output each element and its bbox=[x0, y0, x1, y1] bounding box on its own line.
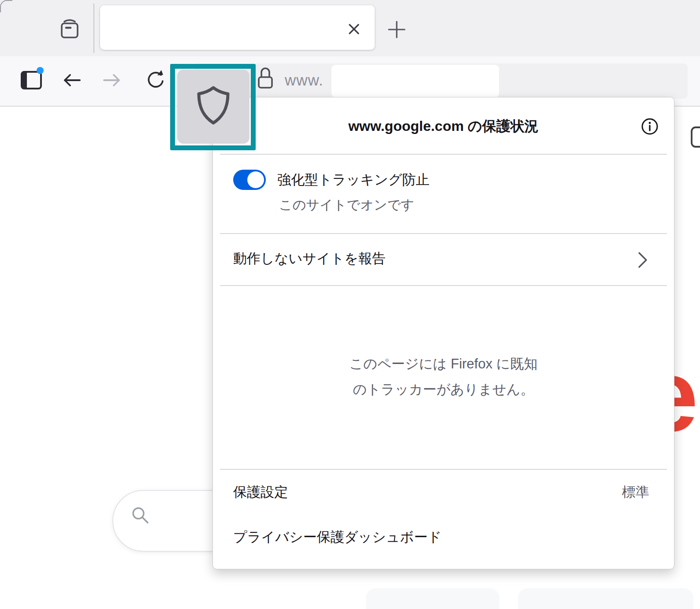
url-text: www. bbox=[285, 65, 324, 96]
panel-divider bbox=[220, 285, 667, 286]
back-arrow-icon bbox=[61, 71, 82, 90]
url-bar[interactable]: www. bbox=[194, 63, 688, 99]
protection-settings-row[interactable]: 保護設定 標準 bbox=[213, 479, 674, 505]
tab-strip-divider bbox=[93, 4, 94, 53]
no-trackers-line2: のトラッカーがありません。 bbox=[213, 377, 674, 402]
lock-icon[interactable] bbox=[255, 65, 276, 90]
close-icon bbox=[347, 22, 361, 37]
protection-settings-value: 標準 bbox=[622, 483, 649, 502]
notification-dot bbox=[37, 67, 44, 74]
tab-strip bbox=[0, 0, 700, 56]
privacy-dashboard-label: プライバシー保護ダッシュボード bbox=[233, 527, 442, 547]
firefox-view-button[interactable] bbox=[57, 18, 82, 41]
no-trackers-line1: このページには Firefox に既知 bbox=[213, 351, 674, 377]
privacy-dashboard-row[interactable]: プライバシー保護ダッシュボード bbox=[213, 524, 674, 550]
no-trackers-message: このページには Firefox に既知 のトラッカーがありません。 bbox=[213, 351, 674, 402]
annotation-highlight-box bbox=[170, 64, 256, 150]
browser-tab[interactable] bbox=[100, 5, 375, 50]
browser-window: e bbox=[0, 0, 700, 609]
reload-button[interactable] bbox=[145, 70, 166, 91]
url-text-mask bbox=[331, 65, 499, 97]
report-broken-site-label: 動作しないサイトを報告 bbox=[233, 249, 386, 268]
toggle-knob bbox=[247, 171, 264, 188]
new-tab-button[interactable] bbox=[387, 20, 406, 40]
info-button[interactable] bbox=[640, 118, 659, 136]
plus-icon bbox=[387, 20, 406, 41]
tracking-protection-toggle[interactable] bbox=[233, 170, 266, 190]
tracking-toggle-status: このサイトでオンです bbox=[279, 196, 414, 214]
feeling-lucky-button[interactable] bbox=[518, 588, 693, 609]
firefox-view-icon bbox=[58, 18, 82, 42]
protection-settings-label: 保護設定 bbox=[233, 483, 288, 502]
search-icon bbox=[128, 503, 153, 528]
report-broken-site-row[interactable]: 動作しないサイトを報告 bbox=[213, 244, 674, 275]
forward-button[interactable] bbox=[102, 71, 123, 90]
panel-divider bbox=[220, 469, 667, 470]
info-icon bbox=[640, 117, 659, 137]
panel-divider bbox=[220, 233, 667, 234]
forward-arrow-icon bbox=[102, 71, 123, 90]
back-button[interactable] bbox=[61, 71, 82, 90]
panel-title: www.google.com の保護状況 bbox=[213, 117, 674, 135]
protection-panel: www.google.com の保護状況 強化型トラッキング防止 このサイトでオ… bbox=[212, 97, 674, 569]
reload-icon bbox=[145, 70, 165, 91]
panel-divider bbox=[220, 154, 667, 155]
tracking-toggle-label: 強化型トラッキング防止 bbox=[277, 170, 429, 190]
chevron-right-icon bbox=[637, 251, 648, 269]
google-search-button[interactable] bbox=[366, 588, 499, 609]
tab-close-button[interactable] bbox=[346, 22, 361, 37]
window-corner bbox=[0, 0, 12, 12]
toolbar-edge-icon[interactable] bbox=[690, 126, 700, 148]
